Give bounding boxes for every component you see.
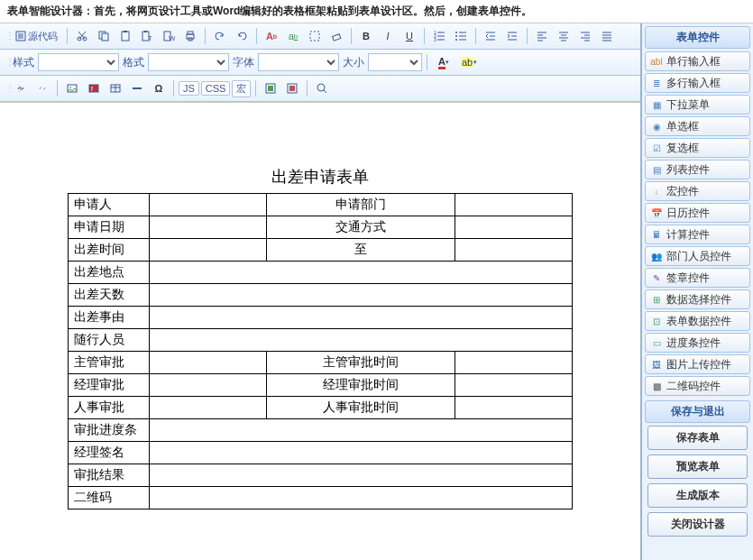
- action-button-0[interactable]: 保存表单: [647, 426, 748, 450]
- control-item-15[interactable]: ▩二维码控件: [645, 376, 750, 396]
- align-left-button[interactable]: [532, 26, 552, 46]
- preview-button[interactable]: [312, 78, 332, 98]
- control-item-3[interactable]: ◉单选框: [645, 116, 750, 136]
- control-item-11[interactable]: ⊞数据选择控件: [645, 289, 750, 309]
- cell-sign[interactable]: 经理签名: [69, 442, 150, 464]
- control-item-13[interactable]: ▭进度条控件: [645, 333, 750, 353]
- italic-button[interactable]: I: [378, 26, 398, 46]
- control-item-8[interactable]: 🖩计算控件: [645, 225, 750, 244]
- find-button[interactable]: Ab: [262, 26, 281, 46]
- cell-date[interactable]: 申请日期: [69, 216, 150, 239]
- special-char-button[interactable]: Ω: [149, 78, 169, 98]
- paste-word-button[interactable]: W: [159, 26, 179, 46]
- js-button[interactable]: JS: [179, 81, 199, 96]
- hr-icon: [131, 82, 143, 95]
- ul-button[interactable]: [451, 26, 471, 46]
- control-label: 多行输入框: [666, 76, 721, 91]
- svg-rect-11: [124, 31, 127, 32]
- undo-button[interactable]: [210, 26, 230, 46]
- control-item-5[interactable]: ▤列表控件: [645, 160, 750, 179]
- size-select[interactable]: [368, 53, 422, 71]
- control-item-9[interactable]: 👥部门人员控件: [645, 246, 750, 266]
- cell-time[interactable]: 出差时间: [69, 239, 150, 262]
- paste-button[interactable]: [115, 26, 135, 46]
- cut-button[interactable]: [72, 26, 92, 46]
- css-button[interactable]: CSS: [201, 81, 231, 96]
- control-item-0[interactable]: abl单行输入框: [645, 51, 750, 71]
- cell-transport[interactable]: 交通方式: [267, 216, 455, 239]
- cell-sup-time[interactable]: 主管审批时间: [267, 352, 455, 374]
- control-item-10[interactable]: ✎签章控件: [645, 268, 750, 288]
- cell-result[interactable]: 审批结果: [69, 464, 150, 487]
- canvas-area[interactable]: 出差申请表单 申请人申请部门 申请日期交通方式 出差时间至 出差地点 出差天数 …: [0, 102, 640, 560]
- action-button-3[interactable]: 关闭设计器: [647, 512, 748, 537]
- table-button[interactable]: [106, 78, 125, 98]
- bg-color-button[interactable]: ab▾: [457, 52, 481, 72]
- align-justify-button[interactable]: [597, 26, 617, 46]
- text-color-button[interactable]: A▾: [432, 52, 455, 72]
- redo-button[interactable]: [232, 26, 252, 46]
- image-button[interactable]: [62, 78, 82, 98]
- macro-button[interactable]: 宏: [232, 80, 251, 97]
- cell-mgr-approve[interactable]: 经理审批: [69, 374, 150, 397]
- cell-hr-approve[interactable]: 人事审批: [69, 397, 150, 419]
- outdent-button[interactable]: [481, 26, 500, 46]
- svg-text:W: W: [169, 34, 175, 42]
- font-label: 字体: [233, 55, 254, 70]
- align-right-button[interactable]: [575, 26, 595, 46]
- underline-button[interactable]: U: [399, 26, 419, 46]
- format-select[interactable]: [148, 53, 229, 71]
- control-item-14[interactable]: 🖼图片上传控件: [645, 354, 750, 374]
- control-item-7[interactable]: 📅日历控件: [645, 203, 750, 223]
- action-button-1[interactable]: 预览表单: [647, 454, 748, 479]
- control-item-1[interactable]: ≣多行输入框: [645, 73, 750, 93]
- indent-button[interactable]: [502, 26, 522, 46]
- cell-qrcode[interactable]: 二维码: [69, 487, 150, 510]
- editor-pane: ⋮⋮ 源代码 T W Ab ab: [0, 23, 641, 560]
- source-button[interactable]: 源代码: [11, 26, 62, 46]
- svg-point-28: [455, 32, 457, 33]
- hr-button[interactable]: [127, 78, 147, 98]
- control-icon: ⊡: [650, 315, 663, 327]
- control-item-12[interactable]: ⊡表单数据控件: [645, 311, 750, 331]
- control-item-4[interactable]: ☑复选框: [645, 138, 750, 158]
- flash-icon: f: [87, 82, 100, 95]
- cell-days[interactable]: 出差天数: [69, 284, 150, 307]
- ol-button[interactable]: 123: [429, 26, 449, 46]
- print-button[interactable]: [180, 26, 200, 46]
- style-select[interactable]: [38, 53, 119, 71]
- svg-rect-18: [188, 32, 193, 34]
- cell-reason[interactable]: 出差事由: [69, 307, 150, 329]
- action-button-2[interactable]: 生成版本: [647, 483, 748, 508]
- unlink-button[interactable]: [32, 78, 52, 98]
- cell-hr-time[interactable]: 人事审批时间: [267, 397, 455, 419]
- flash-button[interactable]: f: [84, 78, 104, 98]
- cell-sup-approve[interactable]: 主管审批: [69, 352, 150, 374]
- cell-progress[interactable]: 审批进度条: [69, 419, 150, 442]
- ordered-list-icon: 123: [433, 30, 445, 42]
- link-button[interactable]: [11, 78, 31, 98]
- control-item-6[interactable]: ↓宏控件: [645, 181, 750, 201]
- module-icon: [286, 82, 298, 95]
- align-center-button[interactable]: [554, 26, 574, 46]
- cell-applicant[interactable]: 申请人: [69, 194, 150, 216]
- select-all-button[interactable]: [305, 26, 325, 46]
- replace-button[interactable]: ab: [283, 26, 303, 46]
- svg-rect-13: [144, 31, 147, 32]
- cell-location[interactable]: 出差地点: [69, 262, 150, 284]
- cell-dept[interactable]: 申请部门: [267, 194, 455, 216]
- font-select[interactable]: [258, 53, 339, 71]
- module-2-button[interactable]: [282, 78, 302, 98]
- svg-rect-9: [102, 33, 108, 41]
- cell-companion[interactable]: 随行人员: [69, 329, 150, 352]
- module-1-button[interactable]: [261, 78, 280, 98]
- cell-to[interactable]: 至: [267, 239, 455, 262]
- right-panel: 表单控件 abl单行输入框≣多行输入框▦下拉菜单◉单选框☑复选框▤列表控件↓宏控…: [641, 23, 753, 560]
- control-item-2[interactable]: ▦下拉菜单: [645, 95, 750, 115]
- remove-format-button[interactable]: [326, 26, 346, 46]
- copy-button[interactable]: [94, 26, 114, 46]
- cell-mgr-time[interactable]: 经理审批时间: [267, 374, 455, 397]
- outdent-icon: [484, 30, 497, 42]
- paste-text-button[interactable]: T: [137, 26, 157, 46]
- bold-button[interactable]: B: [356, 26, 376, 46]
